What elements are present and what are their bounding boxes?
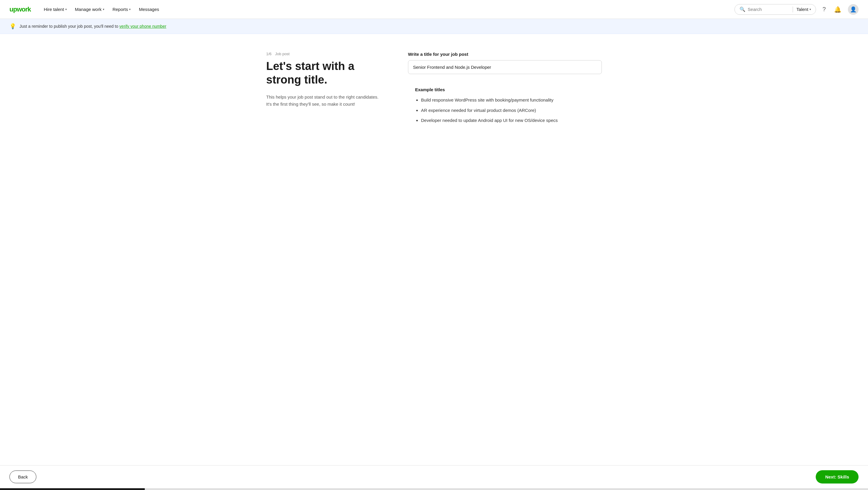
list-item: Build responsive WordPress site with boo… xyxy=(421,97,595,104)
main-content: 1/6 Job post Let's start with a strong t… xyxy=(257,34,611,490)
chevron-down-icon: ▾ xyxy=(129,8,131,11)
chevron-down-icon: ▾ xyxy=(809,8,811,11)
back-button[interactable]: Back xyxy=(9,470,36,483)
banner-text: Just a reminder to publish your job post… xyxy=(20,24,166,29)
search-category-dropdown[interactable]: Talent ▾ xyxy=(797,7,811,12)
nav-item-messages[interactable]: Messages xyxy=(135,4,162,14)
page-title: Let's start with a strong title. xyxy=(266,60,384,87)
nav-item-hire-talent[interactable]: Hire talent ▾ xyxy=(40,4,70,14)
examples-list: Build responsive WordPress site with boo… xyxy=(415,97,595,124)
job-title-input[interactable] xyxy=(408,60,602,74)
list-item: Developer needed to update Android app U… xyxy=(421,117,595,124)
right-panel: Write a title for your job post Example … xyxy=(408,52,602,455)
search-input[interactable] xyxy=(748,7,789,12)
navbar-right: 🔍 Talent ▾ ? 🔔 👤 xyxy=(735,4,859,15)
notifications-button[interactable]: 🔔 xyxy=(832,4,843,15)
examples-title: Example titles xyxy=(415,87,595,92)
progress-bar-container xyxy=(0,488,868,490)
chevron-down-icon: ▾ xyxy=(65,8,67,11)
nav-menu: Hire talent ▾ Manage work ▾ Reports ▾ Me… xyxy=(40,4,735,14)
search-icon: 🔍 xyxy=(740,6,745,12)
divider xyxy=(793,6,793,12)
step-label: 1/6 Job post xyxy=(266,52,384,56)
chevron-down-icon: ▾ xyxy=(103,8,104,11)
nav-item-reports[interactable]: Reports ▾ xyxy=(109,4,134,14)
progress-bar-fill xyxy=(0,488,145,490)
next-button[interactable]: Next: Skills xyxy=(816,470,859,484)
examples-box: Example titles Build responsive WordPres… xyxy=(408,81,602,130)
left-panel: 1/6 Job post Let's start with a strong t… xyxy=(266,52,384,455)
page-description: This helps your job post stand out to th… xyxy=(266,94,384,108)
search-bar[interactable]: 🔍 Talent ▾ xyxy=(735,4,816,15)
lightbulb-icon: 💡 xyxy=(9,23,16,30)
avatar[interactable]: 👤 xyxy=(848,4,859,15)
nav-item-manage-work[interactable]: Manage work ▾ xyxy=(71,4,108,14)
footer: Back Next: Skills xyxy=(0,465,868,488)
reminder-banner: 💡 Just a reminder to publish your job po… xyxy=(0,19,868,34)
navbar: upwork Hire talent ▾ Manage work ▾ Repor… xyxy=(0,0,868,19)
verify-phone-link[interactable]: verify your phone number xyxy=(119,24,166,29)
field-label: Write a title for your job post xyxy=(408,52,602,57)
list-item: AR experience needed for virtual product… xyxy=(421,107,595,114)
logo[interactable]: upwork xyxy=(9,6,31,13)
help-button[interactable]: ? xyxy=(821,4,828,14)
